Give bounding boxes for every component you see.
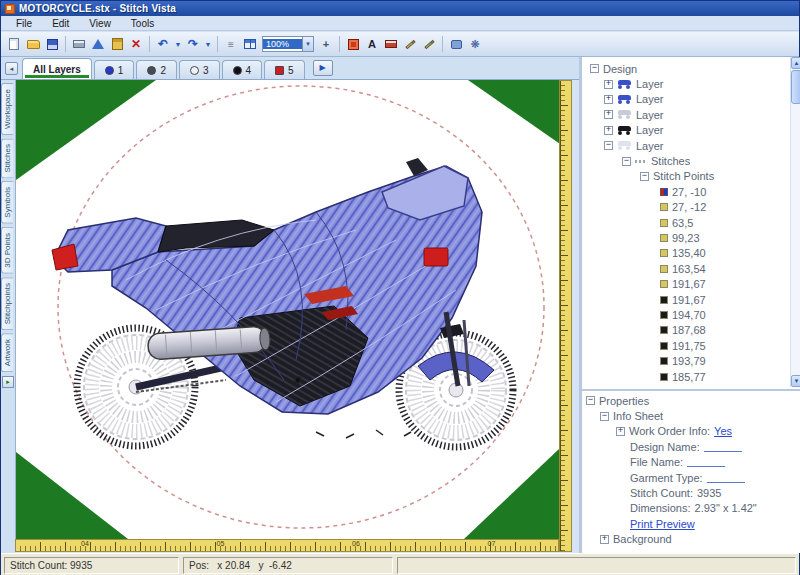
- stitch-point-row[interactable]: 163,54: [588, 261, 787, 276]
- draw-stitch-button[interactable]: [420, 35, 438, 53]
- collapse-icon[interactable]: [640, 172, 649, 181]
- expand-icon[interactable]: [604, 80, 613, 89]
- settings-button[interactable]: ❋: [466, 35, 484, 53]
- collapse-icon[interactable]: [600, 412, 609, 421]
- layer-icon: [617, 80, 632, 89]
- tab-layer-2[interactable]: 2: [136, 60, 177, 79]
- table-button[interactable]: [241, 35, 259, 53]
- tree-node-layer[interactable]: Layer: [588, 92, 787, 107]
- side-tab-stitchpoints[interactable]: Stitchpoints: [1, 277, 13, 330]
- tab-layer-4[interactable]: 4: [222, 60, 263, 79]
- work-order-value-link[interactable]: Yes: [714, 425, 732, 437]
- tree-node-layer[interactable]: Layer: [588, 138, 787, 153]
- stitch-point-row[interactable]: 99,23: [588, 230, 787, 245]
- new-button[interactable]: [5, 35, 23, 53]
- stitch-point-value: 191,67: [672, 278, 706, 290]
- info-sheet-node[interactable]: Info Sheet: [586, 408, 800, 423]
- expand-icon[interactable]: [600, 535, 609, 544]
- undo-button[interactable]: ↶: [154, 35, 172, 53]
- hoop-button[interactable]: [89, 35, 107, 53]
- zoom-in-button[interactable]: +: [317, 35, 335, 53]
- stitch-point-row[interactable]: 27, -10: [588, 184, 787, 199]
- properties-node[interactable]: Properties: [586, 393, 800, 408]
- print-design-button[interactable]: [382, 35, 400, 53]
- stitch-point-row[interactable]: 191,67: [588, 292, 787, 307]
- save-button[interactable]: [43, 35, 61, 53]
- design-name-field[interactable]: [704, 442, 742, 452]
- menu-view[interactable]: View: [80, 17, 120, 30]
- print-preview-link[interactable]: Print Preview: [630, 518, 695, 530]
- collapse-icon[interactable]: [590, 64, 599, 73]
- open-button[interactable]: [24, 35, 42, 53]
- print-button[interactable]: [70, 35, 88, 53]
- side-tab-stitches[interactable]: Stitches: [1, 138, 13, 178]
- tree-node-stitch-points[interactable]: Stitch Points: [588, 169, 787, 184]
- expand-icon[interactable]: [616, 427, 625, 436]
- tab-all-layers[interactable]: All Layers: [22, 58, 92, 79]
- tree-node-stitches[interactable]: Stitches: [588, 153, 787, 168]
- side-tab-3d-points[interactable]: 3D Points: [1, 227, 13, 274]
- file-name-field[interactable]: [687, 457, 725, 467]
- design-canvas[interactable]: [15, 80, 559, 539]
- machine-button[interactable]: [447, 35, 465, 53]
- side-tab-artwork[interactable]: Artwork: [1, 333, 13, 372]
- toolbar-separator: [217, 36, 218, 52]
- scroll-down-button[interactable]: ▼: [791, 375, 800, 387]
- undo-dropdown[interactable]: ▼: [173, 35, 183, 53]
- tab-layer-3[interactable]: 3: [179, 60, 220, 79]
- tree-node-layer[interactable]: Layer: [588, 107, 787, 122]
- tree-node-layer[interactable]: Layer: [588, 76, 787, 91]
- stitch-point-row[interactable]: 193,79: [588, 353, 787, 368]
- tree-node-design[interactable]: Design: [588, 61, 787, 76]
- stitch-play-button[interactable]: ▶: [313, 60, 333, 76]
- stitch-point-row[interactable]: 27, -12: [588, 200, 787, 215]
- stitch-point-row[interactable]: 185,77: [588, 369, 787, 384]
- tab-scroll-button[interactable]: ◂: [5, 62, 18, 75]
- lettering-button[interactable]: A: [363, 35, 381, 53]
- expand-icon[interactable]: [604, 110, 613, 119]
- menu-edit[interactable]: Edit: [43, 17, 78, 30]
- redo-button[interactable]: ↷: [184, 35, 202, 53]
- scroll-up-button[interactable]: ▲: [791, 57, 800, 69]
- redo-dropdown[interactable]: ▼: [203, 35, 213, 53]
- tree-scrollbar[interactable]: ▲ ▼: [790, 57, 800, 387]
- tab-all-layers-label: All Layers: [33, 64, 81, 75]
- tree-node-layer[interactable]: Layer: [588, 123, 787, 138]
- notes-button[interactable]: ≡: [222, 35, 240, 53]
- side-tab-workspace[interactable]: Workspace: [1, 83, 13, 135]
- expand-icon[interactable]: [604, 95, 613, 104]
- tree-node-layer-label: Layer: [636, 78, 664, 90]
- stitch-point-row[interactable]: 194,70: [588, 307, 787, 322]
- stitch-point-icon: [660, 234, 668, 242]
- stitch-point-row[interactable]: 187,68: [588, 323, 787, 338]
- edit-stitch-button[interactable]: [401, 35, 419, 53]
- collapse-icon[interactable]: [586, 396, 595, 405]
- side-strip-collapse-button[interactable]: ▸: [2, 376, 14, 388]
- stitch-count-row: Stitch Count: 3935: [586, 485, 800, 500]
- background-node[interactable]: Background: [586, 532, 800, 547]
- stitch-point-row[interactable]: 191,67: [588, 276, 787, 291]
- collapse-icon[interactable]: [604, 141, 613, 150]
- garment-type-field[interactable]: [707, 473, 745, 483]
- menu-file[interactable]: File: [7, 17, 41, 30]
- zoom-select[interactable]: 100% ▼: [262, 36, 314, 52]
- collapse-icon[interactable]: [622, 157, 631, 166]
- stitch-point-row[interactable]: 191,75: [588, 338, 787, 353]
- stitch-point-row[interactable]: 63,5: [588, 215, 787, 230]
- stitch-point-icon: [660, 280, 668, 288]
- scrollbar-thumb[interactable]: [791, 70, 800, 104]
- stitch-point-row[interactable]: 135,40: [588, 246, 787, 261]
- thread-color-button[interactable]: [344, 35, 362, 53]
- status-position: Pos: x 20.84 y -6.42: [183, 557, 393, 574]
- tab-layer-1[interactable]: 1: [94, 60, 135, 79]
- delete-button[interactable]: ✕: [127, 35, 145, 53]
- tab-layer-5[interactable]: 5: [264, 60, 305, 79]
- title-bar[interactable]: MOTORCYCLE.stx - Stitch Vista: [1, 1, 799, 16]
- tree-node-stitches-label: Stitches: [651, 155, 690, 167]
- toolbar-separator: [149, 36, 150, 52]
- side-tab-symbols[interactable]: Symbols: [1, 181, 13, 224]
- tree-node-stitch-points-label: Stitch Points: [653, 170, 714, 182]
- paste-button[interactable]: [108, 35, 126, 53]
- menu-tools[interactable]: Tools: [122, 17, 163, 30]
- expand-icon[interactable]: [604, 126, 613, 135]
